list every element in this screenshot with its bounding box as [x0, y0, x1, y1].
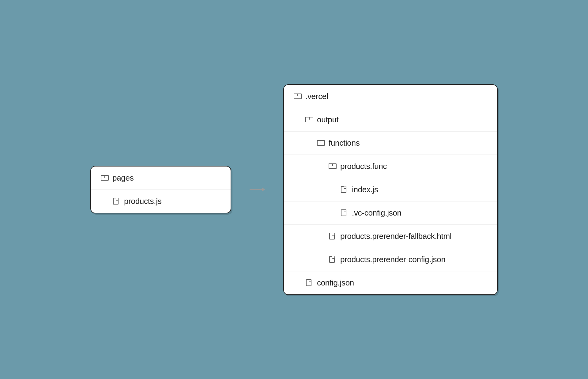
folder-icon	[329, 163, 335, 169]
file-icon	[341, 209, 346, 216]
file-icon	[306, 279, 311, 286]
file-icon	[329, 256, 335, 263]
file-label-products-prerender-config: products.prerender-config.json	[340, 255, 446, 264]
right-panel: .vercel output functions products.func i…	[283, 84, 498, 295]
folder-icon	[101, 175, 107, 181]
file-row-index-js: index.js	[284, 178, 497, 201]
file-row-vc-config-json: .vc-config.json	[284, 201, 497, 225]
file-row-products-prerender-config: products.prerender-config.json	[284, 248, 497, 271]
file-row-vercel-folder: .vercel	[284, 85, 497, 108]
file-row-products-func-folder: products.func	[284, 155, 497, 178]
file-row-products-prerender-fallback: products.prerender-fallback.html	[284, 225, 497, 248]
left-panel: pages products.js	[90, 166, 231, 213]
file-icon	[113, 198, 119, 205]
file-label-config-json: config.json	[317, 278, 354, 288]
file-row-functions-folder: functions	[284, 132, 497, 155]
file-label-vc-config-json: .vc-config.json	[352, 208, 401, 218]
file-label-products-func-folder: products.func	[340, 162, 387, 171]
file-icon	[341, 186, 346, 193]
folder-icon	[317, 140, 324, 146]
folder-icon	[294, 94, 300, 99]
file-label-pages-folder: pages	[112, 173, 134, 183]
file-label-vercel-folder: .vercel	[305, 92, 328, 101]
file-label-products-js: products.js	[124, 197, 161, 206]
file-label-index-js: index.js	[352, 185, 378, 194]
file-row-config-json: config.json	[284, 271, 497, 294]
file-row-output-folder: output	[284, 108, 497, 132]
folder-icon	[305, 117, 312, 122]
arrow-container	[250, 189, 265, 190]
main-container: pages products.js .vercel output functio…	[90, 84, 498, 295]
file-label-functions-folder: functions	[329, 138, 360, 148]
file-label-output-folder: output	[317, 115, 339, 124]
file-row-products-js: products.js	[91, 190, 231, 213]
arrow-icon	[250, 189, 265, 190]
file-icon	[329, 233, 335, 239]
file-row-pages-folder: pages	[91, 167, 231, 190]
file-label-products-prerender-fallback: products.prerender-fallback.html	[340, 232, 451, 241]
